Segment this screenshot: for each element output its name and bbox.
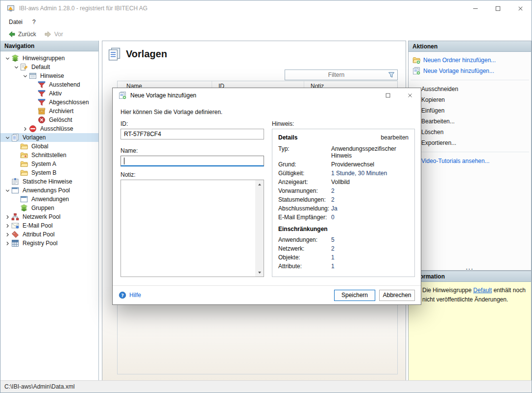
scroll-up-button[interactable] — [255, 180, 264, 188]
notiz-scrollbar[interactable] — [255, 180, 264, 277]
menu-help[interactable]: ? — [27, 17, 41, 27]
restriction-row: Attribute: 1 — [278, 263, 409, 270]
scroll-down-button[interactable] — [255, 268, 264, 277]
detail-row: Statusmeldungen: 2 — [278, 196, 409, 203]
chevron-spacer — [30, 98, 38, 106]
notiz-textarea[interactable] — [121, 180, 264, 277]
tree-item-system-a[interactable]: System A — [0, 160, 98, 168]
tree-item-global[interactable]: Global — [0, 142, 98, 151]
tree-item-netzwerk-pool[interactable]: Netzwerk Pool — [0, 212, 98, 221]
action-cut[interactable]: Ausschneiden — [409, 84, 531, 94]
action-paste[interactable]: Einfügen — [409, 105, 531, 116]
restriction-row: Objekte: 1 — [278, 254, 409, 261]
chevron-down-icon[interactable] — [3, 54, 11, 62]
detail-value: Vollbild — [331, 179, 409, 185]
help-link[interactable]: Hilfe — [119, 291, 141, 299]
dialog-title-bar: Neue Vorlage hinzufügen — [113, 88, 421, 103]
folder-add-icon — [412, 56, 420, 64]
name-field[interactable] — [121, 156, 264, 166]
tree-item-hinweisgruppen[interactable]: Hinweisgruppen — [0, 54, 98, 63]
close-button[interactable] — [509, 0, 532, 16]
tree-item-label: Archiviert — [48, 108, 75, 115]
chevron-right-icon[interactable] — [3, 231, 11, 238]
default-group-link[interactable]: Default — [473, 287, 492, 294]
name-label: Name: — [121, 147, 138, 154]
tree-item-anwendungs-pool[interactable]: Anwendungs Pool — [0, 186, 98, 195]
chevron-down-icon[interactable] — [21, 72, 29, 80]
chevron-down-icon[interactable] — [12, 63, 20, 71]
chevron-down-icon[interactable] — [3, 134, 11, 141]
action-new-template[interactable]: Neue Vorlage hinzufügen... — [409, 66, 531, 76]
folder-icon — [20, 160, 28, 168]
filter-icon — [387, 71, 395, 79]
tree-item-attribut-pool[interactable]: Attribut Pool — [0, 230, 98, 239]
dialog-footer: Hilfe Speichern Abbrechen — [113, 285, 421, 304]
detail-label: Anzeigeart: — [278, 179, 331, 185]
tree-item-hinweise[interactable]: Hinweise — [0, 71, 98, 80]
tree-item-statische-hinweise[interactable]: Statische Hinweise — [0, 177, 98, 186]
close-icon — [407, 92, 413, 99]
info-header: Information — [409, 271, 531, 282]
tree-item-system-b[interactable]: System B — [0, 168, 98, 177]
splitter-gripper[interactable]: ... — [409, 266, 531, 270]
chevron-right-icon[interactable] — [3, 213, 11, 221]
maximize-icon — [494, 5, 502, 12]
chevron-spacer — [30, 116, 38, 124]
tree-item-registry-pool[interactable]: Registry Pool — [0, 239, 98, 248]
deleted-icon — [38, 116, 46, 124]
new-template-dialog: Neue Vorlage hinzufügen Hier können Sie … — [112, 88, 421, 305]
action-delete[interactable]: Löschen — [409, 127, 531, 138]
dialog-close-button[interactable] — [399, 88, 421, 103]
tree-item-vorlagen[interactable]: Vorlagen — [0, 133, 98, 142]
tree-item-label: Anwendungen — [30, 196, 71, 203]
action-new-folder[interactable]: Neuen Ordner hinzufügen... — [409, 55, 531, 66]
detail-row: Abschlussmeldung: Ja — [278, 205, 409, 212]
filter-input[interactable] — [285, 71, 387, 79]
no-entry-icon — [29, 125, 37, 133]
tree-item-schnittstellen[interactable]: Schnittstellen — [0, 151, 98, 160]
tree-item-anwendungen[interactable]: Anwendungen — [0, 195, 98, 204]
network-icon — [11, 213, 19, 221]
filter-funnel-icon — [38, 90, 46, 97]
back-button[interactable]: Zurück — [4, 29, 40, 39]
tree-item-archiviert[interactable]: Archiviert — [0, 107, 98, 116]
details-heading-row: Details bearbeiten — [278, 134, 409, 141]
tree-item-geloescht[interactable]: Gelöscht — [0, 116, 98, 124]
forward-button[interactable]: Vor — [41, 29, 67, 39]
tree-item-abgeschlossen[interactable]: Abgeschlossen — [0, 98, 98, 107]
window-controls — [464, 0, 532, 16]
tree-item-email-pool[interactable]: E-Mail Pool — [0, 221, 98, 230]
tree-item-aktiv[interactable]: Aktiv — [0, 89, 98, 98]
video-tutorials-link[interactable]: Video-Tutorials ansehen... — [409, 156, 531, 166]
tree-item-label: Ausstehend — [48, 81, 81, 88]
app-icon — [7, 4, 15, 12]
action-edit[interactable]: Bearbeiten... — [409, 116, 531, 127]
chevron-right-icon[interactable] — [21, 125, 29, 133]
chevron-spacer — [30, 90, 38, 97]
menu-datei[interactable]: Datei — [4, 17, 27, 27]
action-export[interactable]: Exportieren... — [409, 138, 531, 148]
detail-row: E-Mail Empfänger: 0 — [278, 214, 409, 221]
tree-item-ausstehend[interactable]: Ausstehend — [0, 80, 98, 89]
detail-value: Anwendungsspezifischer Hinweis — [331, 145, 409, 159]
detail-value: 0 — [331, 214, 409, 221]
chevron-down-icon[interactable] — [3, 186, 11, 194]
chevron-right-icon[interactable] — [3, 222, 11, 230]
id-input[interactable] — [124, 131, 261, 138]
tree-item-ausschluesse[interactable]: Ausschlüsse — [0, 124, 98, 133]
cancel-button[interactable]: Abbrechen — [379, 290, 415, 301]
detail-value: Ja — [331, 205, 409, 212]
minimize-button[interactable] — [464, 0, 486, 16]
save-button[interactable]: Speichern — [334, 290, 375, 301]
maximize-button[interactable] — [486, 0, 509, 16]
tree-item-default[interactable]: Default — [0, 63, 98, 71]
detail-value: 2 — [331, 196, 409, 203]
chevron-right-icon[interactable] — [3, 239, 11, 247]
action-label: Neuen Ordner hinzufügen... — [423, 57, 496, 64]
bearbeiten-link[interactable]: bearbeiten — [381, 134, 409, 141]
dialog-maximize-button[interactable] — [377, 88, 399, 103]
tree-item-gruppen[interactable]: Gruppen — [0, 204, 98, 212]
action-copy[interactable]: Kopieren — [409, 94, 531, 105]
restriction-row: Anwendungen: 5 — [278, 236, 409, 243]
dialog-template-add-icon — [119, 92, 126, 99]
